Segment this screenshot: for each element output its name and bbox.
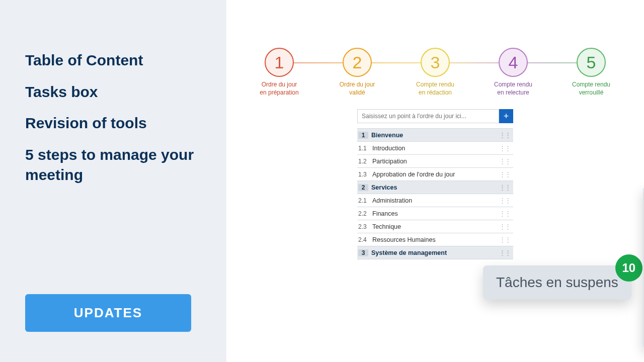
step-circle: 3 (421, 48, 450, 77)
agenda-item-number: 1 (358, 132, 368, 139)
agenda-item[interactable]: 1.1Introduction⋮⋮ (357, 142, 513, 155)
agenda-input-row: + (357, 109, 513, 123)
agenda-item-number: 2.3 (358, 223, 372, 230)
agenda-add-button[interactable]: + (499, 109, 513, 123)
agenda-item[interactable]: 2.1Administration⋮⋮ (357, 194, 513, 207)
agenda-item[interactable]: 2Services⋮⋮ (357, 181, 513, 194)
drag-handle-icon[interactable]: ⋮⋮ (499, 144, 510, 152)
agenda-item-title: Participation (372, 158, 407, 165)
step-5[interactable]: 5 Compte rendu verrouillé (553, 48, 629, 97)
step-label: Compte rendu verrouillé (572, 81, 610, 97)
step-circle: 4 (499, 48, 528, 77)
agenda-item-number: 1.1 (358, 145, 372, 152)
agenda-item-title: Technique (372, 223, 401, 230)
step-3[interactable]: 3 Compte rendu en rédaction (397, 48, 473, 97)
tasks-count-badge: 10 (615, 254, 642, 282)
agenda-item[interactable]: 2.4Ressources Humaines⋮⋮ (357, 233, 513, 246)
plus-icon: + (504, 111, 509, 121)
agenda-item[interactable]: 1Bienvenue⋮⋮ (357, 129, 513, 142)
tasks-pending-label: Tâches en suspens (496, 275, 618, 291)
updates-button[interactable]: UPDATES (25, 294, 191, 332)
stepper: 1 Ordre du jour en préparation 2 Ordre d… (226, 48, 644, 97)
agenda-item-title: Services (371, 184, 397, 191)
step-circle: 2 (343, 48, 372, 77)
toc-item[interactable]: Revision of tools (25, 113, 201, 134)
step-circle: 1 (265, 48, 294, 77)
agenda-input[interactable] (357, 109, 499, 123)
step-circle: 5 (577, 48, 606, 77)
toc-list: Table of Content Tasks box Revision of t… (25, 50, 201, 197)
agenda-item[interactable]: 2.2Finances⋮⋮ (357, 207, 513, 220)
step-1[interactable]: 1 Ordre du jour en préparation (242, 48, 317, 97)
agenda-item[interactable]: 1.3Approbation de l'ordre du jour⋮⋮ (357, 168, 513, 181)
step-4[interactable]: 4 Compte rendu en relecture (475, 48, 551, 97)
drag-handle-icon[interactable]: ⋮⋮ (499, 249, 510, 256)
agenda-panel: + 1Bienvenue⋮⋮1.1Introduction⋮⋮1.2Partic… (357, 109, 513, 259)
step-label: Ordre du jour en préparation (260, 81, 298, 97)
drag-handle-icon[interactable]: ⋮⋮ (499, 223, 510, 230)
drag-handle-icon[interactable]: ⋮⋮ (499, 170, 510, 178)
drag-handle-icon[interactable]: ⋮⋮ (499, 131, 510, 139)
agenda-item-number: 2.1 (358, 197, 372, 204)
toc-item[interactable]: 5 steps to manage your meeting (25, 145, 201, 186)
step-label: Compte rendu en relecture (494, 81, 532, 97)
agenda-item-number: 1.2 (358, 158, 372, 165)
tasks-pending-card[interactable]: Tâches en suspens 10 (483, 265, 631, 300)
agenda-item[interactable]: 3Système de management⋮⋮ (357, 246, 513, 259)
agenda-item-title: Système de management (371, 249, 447, 256)
drag-handle-icon[interactable]: ⋮⋮ (499, 236, 510, 243)
step-label: Compte rendu en rédaction (416, 81, 454, 97)
drag-handle-icon[interactable]: ⋮⋮ (499, 210, 510, 217)
left-panel: Table of Content Tasks box Revision of t… (0, 0, 226, 362)
agenda-list: 1Bienvenue⋮⋮1.1Introduction⋮⋮1.2Particip… (357, 128, 513, 259)
drag-handle-icon[interactable]: ⋮⋮ (499, 157, 510, 165)
step-label: Ordre du jour validé (340, 81, 375, 97)
agenda-item-number: 2.2 (358, 210, 372, 217)
right-panel: 1 Ordre du jour en préparation 2 Ordre d… (226, 0, 644, 362)
agenda-item-title: Administration (372, 197, 412, 204)
agenda-item-title: Finances (372, 210, 398, 217)
agenda-item-number: 2 (358, 184, 368, 191)
agenda-item[interactable]: 2.3Technique⋮⋮ (357, 220, 513, 233)
toc-item[interactable]: Tasks box (25, 82, 201, 103)
agenda-item-title: Ressources Humaines (372, 236, 436, 243)
agenda-item-title: Introduction (372, 145, 405, 152)
agenda-item-number: 1.3 (358, 171, 372, 178)
step-2[interactable]: 2 Ordre du jour validé (319, 48, 395, 97)
agenda-item-title: Approbation de l'ordre du jour (372, 171, 455, 178)
drag-handle-icon[interactable]: ⋮⋮ (499, 184, 510, 191)
agenda-item-number: 2.4 (358, 236, 372, 243)
agenda-item[interactable]: 1.2Participation⋮⋮ (357, 155, 513, 168)
agenda-item-title: Bienvenue (371, 132, 403, 139)
agenda-item-number: 3 (358, 249, 368, 256)
toc-item[interactable]: Table of Content (25, 50, 201, 71)
drag-handle-icon[interactable]: ⋮⋮ (499, 197, 510, 204)
